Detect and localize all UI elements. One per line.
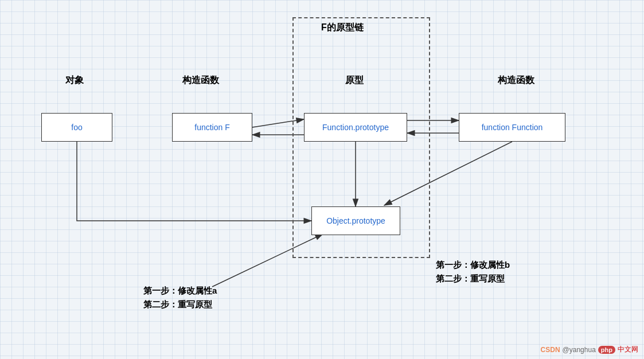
diagram-container: F的原型链 对象 构造函数 原型 构造函数 foo function F Fun… [0, 0, 644, 359]
col-label-object: 对象 [46, 75, 103, 87]
col-label-prototype: 原型 [314, 75, 395, 87]
box-function-prototype: Function.prototype [304, 113, 407, 142]
username-label: @yanghua [563, 346, 596, 354]
box-function-f: function F [172, 113, 252, 142]
col-label-constructor1: 构造函数 [161, 75, 241, 87]
box-foo: foo [41, 113, 112, 142]
col-label-constructor2: 构造函数 [470, 75, 562, 87]
left-step1-text: 第一步：修改属性a [143, 284, 217, 298]
left-annotation: 第一步：修改属性a 第二步：重写原型 [143, 284, 217, 311]
svg-marker-0 [0, 0, 6, 4]
right-step2-text: 第二步：重写原型 [436, 272, 510, 286]
svg-marker-1 [0, 0, 6, 4]
right-annotation: 第一步：修改属性b 第二步：重写原型 [436, 258, 510, 286]
csdn-label: CSDN [541, 346, 560, 354]
dashed-box-title: F的原型链 [321, 22, 364, 34]
cn-label: 中文网 [618, 345, 638, 354]
left-step2-text: 第二步：重写原型 [143, 298, 217, 311]
box-object-prototype: Object.prototype [311, 206, 400, 235]
right-step1-text: 第一步：修改属性b [436, 258, 510, 272]
php-badge: php [598, 346, 615, 354]
box-function-function: function Function [459, 113, 565, 142]
watermark: CSDN @yanghua php 中文网 [541, 345, 638, 354]
